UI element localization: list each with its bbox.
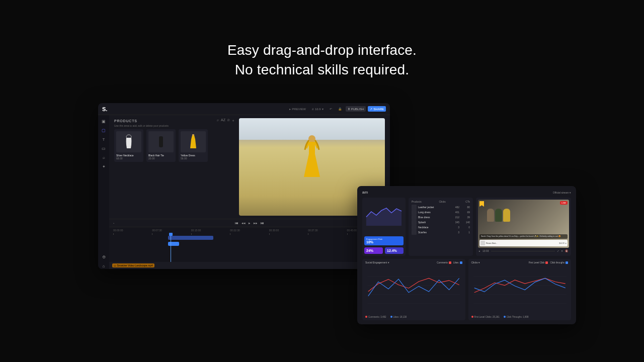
live-badge: LIVE bbox=[560, 201, 568, 205]
table-row[interactable]: Necklace30 bbox=[412, 225, 470, 230]
live-time: 13:03 bbox=[482, 249, 489, 252]
products-title: PRODUCTS bbox=[114, 119, 137, 123]
svg-point-3 bbox=[308, 135, 315, 142]
overview-chart bbox=[364, 200, 404, 234]
timeline-tick: 00:15:00 bbox=[191, 229, 201, 232]
products-table: Products Clicks CTs Leather jacket48280L… bbox=[409, 198, 473, 256]
play-icon[interactable]: ▸ bbox=[479, 249, 480, 252]
overview-chart-card: Engagement Rate 10% 24% 12.4% bbox=[362, 198, 406, 256]
product-thumb bbox=[412, 215, 417, 220]
stat-conv: 12.4% bbox=[385, 247, 404, 254]
share-button[interactable]: ↗ SHARE bbox=[368, 106, 386, 112]
live-caption: Sarah: Omg I love the yellow dress! It's… bbox=[479, 234, 568, 239]
product-thumb bbox=[412, 230, 417, 235]
timecode-start: • bbox=[113, 222, 114, 225]
products-hint: Use this area to add, edit or delete you… bbox=[114, 124, 235, 127]
timeline-tick: 00:22:30 bbox=[230, 229, 239, 232]
live-preview-card: LIVE Sarah: Omg I love the yellow dress!… bbox=[476, 198, 571, 256]
live-screen[interactable]: LIVE Sarah: Omg I love the yellow dress!… bbox=[478, 200, 569, 248]
dashboard-window: am Official stream ▾ Engagement Rate 10%… bbox=[357, 186, 576, 324]
dashboard-title: am bbox=[362, 190, 368, 195]
settings-icon[interactable]: ⚙ bbox=[101, 254, 107, 260]
search-icon[interactable]: ⌕ bbox=[101, 154, 107, 160]
mute-icon[interactable]: 🔇 bbox=[565, 249, 568, 252]
effects-icon[interactable]: ✦ bbox=[101, 163, 107, 169]
social-chart bbox=[365, 264, 462, 316]
table-row[interactable]: Leather jacket48280 bbox=[412, 205, 470, 210]
publish-button[interactable]: ⬆ PUBLISH bbox=[346, 106, 366, 112]
products-panel: PRODUCTS ⌕ AZ ⎚ ＋ Use this area to add, … bbox=[114, 118, 235, 216]
timeline-tick: 00:37:30 bbox=[308, 229, 317, 232]
products-sort-icon[interactable]: AZ bbox=[221, 118, 225, 123]
stat-engagement: Engagement Rate 10% bbox=[364, 236, 404, 245]
rewind-button[interactable]: ⏮ bbox=[235, 221, 238, 225]
chevron-right-icon: ▸ bbox=[566, 242, 567, 244]
product-thumb bbox=[412, 220, 417, 225]
step-back-button[interactable]: ◂◂ bbox=[242, 221, 246, 225]
product-grid: Silver Necklace 68.00 Black Hair Tie 20.… bbox=[114, 129, 235, 162]
marketing-headline: Easy drag-and-drop interface. No technic… bbox=[0, 0, 644, 79]
timeline-tick: 00:45:00 bbox=[347, 229, 357, 232]
editor-window: S. ▸ PREVIEW ⎚ 16:9 ▾ ↶ 🔒 ⬆ PUBLISH ↗ SH… bbox=[98, 103, 390, 269]
editor-sidebar: ▣ ▢ T ▭ ⌕ ✦ ⚙ ⌂ bbox=[98, 115, 109, 269]
product-card[interactable]: Yellow Dress 56.00 bbox=[179, 129, 208, 162]
aspect-selector[interactable]: ⎚ 16:9 ▾ bbox=[310, 106, 326, 112]
table-row[interactable]: Splash345140 bbox=[412, 220, 470, 225]
lock-button[interactable]: 🔒 bbox=[336, 106, 344, 112]
preview-button[interactable]: ▸ PREVIEW bbox=[287, 106, 308, 112]
clicks-chart bbox=[471, 264, 569, 316]
products-filter-icon[interactable]: ⎚ bbox=[227, 118, 229, 123]
layers-icon[interactable]: ▣ bbox=[101, 118, 107, 124]
product-card[interactable]: Silver Necklace 68.00 bbox=[114, 129, 143, 162]
social-chart-card: Social Engagement ▾ Comments Likes Comme… bbox=[362, 259, 465, 320]
stat-ctr: 24% bbox=[364, 247, 383, 254]
svg-marker-4 bbox=[366, 208, 401, 226]
file-chip[interactable]: ▭ Smartzer Video Landscape.mp4 bbox=[112, 263, 154, 267]
live-product-thumb bbox=[480, 241, 485, 245]
products-add-icon[interactable]: ＋ bbox=[231, 118, 235, 123]
transport-bar: • ⏮ ◂◂ ▸ ▸▸ ⏭ 00:02:09 / 00:53:00 bbox=[109, 219, 390, 227]
timeline-clip[interactable] bbox=[168, 236, 213, 240]
text-icon[interactable]: T bbox=[101, 136, 107, 142]
step-fwd-button[interactable]: ▸▸ bbox=[254, 221, 258, 225]
timeline-tick: 00:00:00 bbox=[113, 229, 123, 232]
timeline[interactable]: 00:00:0000:07:3000:15:0000:22:3000:30:00… bbox=[109, 227, 390, 269]
expand-icon[interactable]: ⤢ bbox=[557, 249, 559, 252]
product-card[interactable]: Black Hair Tie 20.00 bbox=[146, 129, 176, 162]
app-logo: S. bbox=[102, 106, 107, 112]
play-button[interactable]: ▸ bbox=[249, 221, 251, 225]
home-icon[interactable]: ⌂ bbox=[101, 263, 107, 269]
undo-button[interactable]: ↶ bbox=[328, 106, 334, 112]
media-icon[interactable]: ▭ bbox=[101, 145, 107, 151]
table-row[interactable]: Long dress40169 bbox=[412, 210, 470, 215]
table-row[interactable]: Scarfes31 bbox=[412, 230, 470, 235]
bookmark-icon[interactable] bbox=[479, 201, 484, 207]
products-table-title: Products bbox=[412, 200, 422, 203]
svg-rect-1 bbox=[159, 136, 163, 147]
table-row[interactable]: Blue dress21239 bbox=[412, 215, 470, 220]
stream-selector[interactable]: Official stream ▾ bbox=[553, 191, 571, 194]
forward-button[interactable]: ⏭ bbox=[261, 221, 264, 225]
product-thumb bbox=[412, 210, 417, 215]
clicks-chart-card: Clicks ▾ First Level Click Click through… bbox=[468, 259, 572, 320]
close-icon[interactable]: ✕ bbox=[561, 249, 563, 252]
editor-topbar: S. ▸ PREVIEW ⎚ 16:9 ▾ ↶ 🔒 ⬆ PUBLISH ↗ SH… bbox=[98, 103, 390, 115]
product-thumb bbox=[412, 225, 417, 230]
live-product-chip[interactable]: Fitcare Stret… $44.99 ▸ bbox=[479, 240, 568, 246]
timeline-clip-selected[interactable] bbox=[168, 242, 179, 246]
timeline-tick: 00:07:30 bbox=[152, 229, 162, 232]
products-icon[interactable]: ▢ bbox=[101, 127, 107, 133]
timeline-tick: 00:30:00 bbox=[269, 229, 279, 232]
product-thumb bbox=[412, 205, 417, 210]
products-search-icon[interactable]: ⌕ bbox=[217, 118, 219, 123]
